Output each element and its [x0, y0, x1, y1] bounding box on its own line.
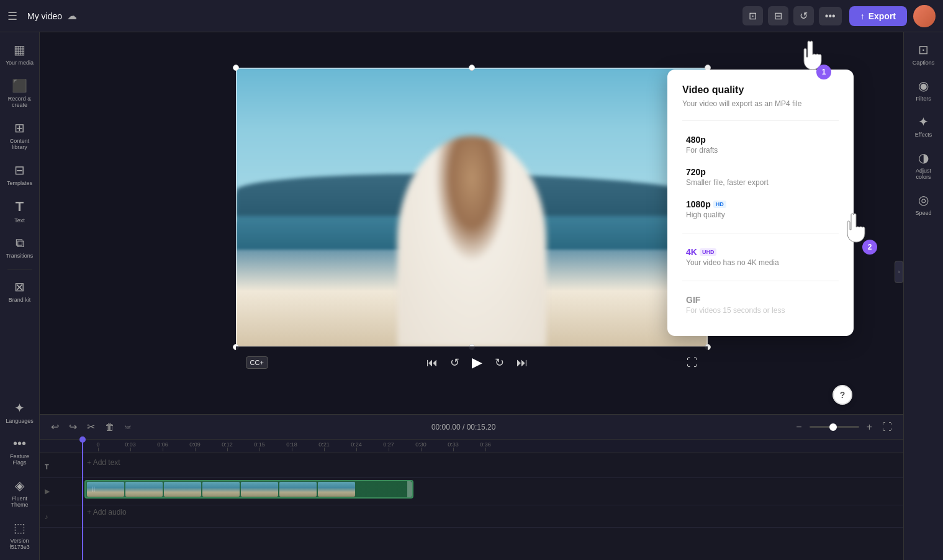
- resize-handle-tl[interactable]: [233, 65, 239, 71]
- sidebar-item-feature-flags[interactable]: ••• Feature Flags: [2, 431, 37, 471]
- left-sidebar: ▦ Your media ⬛ Record & create ⊞ Content…: [0, 32, 40, 560]
- fluent-theme-icon: ◈: [15, 478, 24, 493]
- feature-flags-icon: •••: [13, 436, 26, 451]
- sidebar-item-text[interactable]: T Text: [2, 194, 37, 228]
- video-clip[interactable]: ⏸: [84, 480, 413, 499]
- sidebar-item-templates[interactable]: ⊟ Templates: [2, 158, 37, 191]
- sidebar-item-label: Languages: [6, 418, 34, 424]
- right-sidebar-filters[interactable]: ◉ Filters: [906, 73, 941, 107]
- cut-button[interactable]: ✂: [83, 418, 99, 435]
- sidebar-item-your-media[interactable]: ▦ Your media: [2, 37, 37, 71]
- layout-tool-button[interactable]: ⊟: [768, 6, 788, 25]
- rotate-tool-button[interactable]: ↺: [793, 6, 814, 25]
- sidebar-divider: [7, 269, 32, 269]
- save-icon[interactable]: ☁: [67, 10, 77, 22]
- quality-option-720p[interactable]: 720p Smaller file, faster export: [682, 161, 839, 193]
- clip-thumb-4: [202, 482, 240, 497]
- captions-icon: ⊡: [918, 42, 929, 57]
- quality-gif-label: GIF: [686, 295, 839, 305]
- text-icon: T: [16, 199, 24, 215]
- transitions-icon: ⧉: [16, 236, 24, 250]
- sidebar-item-label: Fluent Theme: [5, 495, 35, 508]
- sidebar-item-label: Record & create: [5, 96, 35, 108]
- video-canvas: [236, 68, 708, 347]
- zoom-out-button[interactable]: −: [792, 419, 805, 435]
- audio-track-row: ♪ + Add audio: [40, 505, 903, 528]
- fullscreen-button[interactable]: ⛶: [687, 356, 698, 369]
- text-track-label: T: [40, 463, 82, 471]
- timeline-ruler: 0 0:03 0:06 0:09 0:12 0:15 0:18 0:21 0:2…: [40, 440, 903, 453]
- clip-thumb-5: [241, 482, 278, 497]
- audio-track-label: ♪: [40, 513, 82, 520]
- filters-label: Filters: [916, 96, 931, 102]
- sidebar-item-label: Templates: [7, 180, 32, 186]
- undo-button[interactable]: ↩: [47, 418, 63, 435]
- sidebar-collapse-button[interactable]: ›: [895, 261, 903, 283]
- sidebar-item-record[interactable]: ⬛ Record & create: [2, 73, 37, 113]
- right-sidebar-adjust-colors[interactable]: ◑ Adjust colors: [906, 145, 941, 185]
- sidebar-item-content-library[interactable]: ⊞ Content library: [2, 115, 37, 155]
- quality-4k-sub: Your video has no 4K media: [686, 258, 839, 267]
- audio-track-icon: ♪: [45, 513, 48, 520]
- content-library-icon: ⊞: [14, 120, 25, 135]
- quality-option-gif[interactable]: GIF For videos 15 seconds or less: [682, 289, 839, 321]
- speed-label: Speed: [915, 210, 931, 216]
- sidebar-item-fluent-theme[interactable]: ◈ Fluent Theme: [2, 473, 37, 513]
- timeline-playhead[interactable]: [82, 453, 83, 560]
- hd-badge: HD: [713, 201, 726, 208]
- your-media-icon: ▦: [14, 42, 25, 57]
- video-track-content[interactable]: ⏸: [82, 478, 903, 505]
- sidebar-item-brand-kit[interactable]: ⊠ Brand kit: [2, 274, 37, 308]
- quality-option-1080p[interactable]: 1080pHD High quality: [682, 193, 839, 225]
- fast-forward-button[interactable]: ↻: [495, 356, 504, 369]
- split-button[interactable]: ⎃: [121, 419, 135, 435]
- avatar[interactable]: [913, 5, 936, 27]
- effects-label: Effects: [915, 132, 932, 138]
- zoom-track[interactable]: [810, 426, 859, 428]
- delete-button[interactable]: 🗑: [101, 419, 119, 435]
- captions-button[interactable]: CC+: [246, 356, 268, 369]
- skip-forward-button[interactable]: ⏭: [517, 356, 528, 369]
- rewind-button[interactable]: ↺: [450, 356, 459, 369]
- redo-button[interactable]: ↪: [65, 418, 81, 435]
- video-track-row: ▶ ⏸: [40, 478, 903, 505]
- clip-thumb-7: [318, 482, 355, 497]
- effects-icon: ✦: [918, 114, 929, 129]
- main-area: ▦ Your media ⬛ Record & create ⊞ Content…: [0, 32, 943, 560]
- zoom-thumb[interactable]: [829, 423, 837, 431]
- add-audio-button[interactable]: + Add audio: [82, 505, 132, 519]
- popup-title: Video quality: [682, 84, 839, 96]
- skip-back-button[interactable]: ⏮: [426, 356, 438, 369]
- help-button[interactable]: ?: [832, 385, 852, 405]
- right-sidebar-speed[interactable]: ◎ Speed: [906, 187, 941, 221]
- popup-divider-3: [682, 281, 839, 281]
- sidebar-item-languages[interactable]: ✦ Languages: [2, 395, 37, 429]
- play-button[interactable]: ▶: [472, 355, 482, 371]
- add-text-button[interactable]: + Add text: [82, 456, 125, 469]
- quality-option-4k[interactable]: 4KUHD Your video has no 4K media: [682, 241, 839, 273]
- export-button[interactable]: ↑ Export: [849, 6, 907, 26]
- clip-thumb-1: [87, 482, 124, 497]
- resize-handle-tm[interactable]: [469, 65, 475, 71]
- more-tool-button[interactable]: •••: [819, 7, 842, 25]
- topbar: ☰ My video ☁ ⊡ ⊟ ↺ ••• ↑ Export: [0, 0, 943, 32]
- crop-tool-button[interactable]: ⊡: [742, 6, 763, 25]
- right-sidebar: ⊡ Captions ◉ Filters ✦ Effects ◑ Adjust …: [903, 32, 943, 560]
- zoom-in-button[interactable]: +: [863, 419, 876, 435]
- sidebar-item-label: Brand kit: [9, 297, 31, 303]
- quality-option-480p[interactable]: 480p For drafts: [682, 129, 839, 161]
- video-quality-popup[interactable]: Video quality Your video will export as …: [667, 70, 854, 336]
- right-sidebar-captions[interactable]: ⊡ Captions: [906, 37, 941, 71]
- right-sidebar-effects[interactable]: ✦ Effects: [906, 109, 941, 143]
- captions-label: Captions: [913, 60, 935, 66]
- fullscreen-timeline-button[interactable]: ⛶: [878, 419, 896, 435]
- languages-icon: ✦: [14, 400, 25, 415]
- sidebar-item-version[interactable]: ⬚ Version f5173e3: [2, 515, 37, 555]
- sidebar-item-label: Feature Flags: [5, 453, 35, 466]
- adjust-colors-label: Adjust colors: [909, 168, 939, 180]
- menu-icon[interactable]: ☰: [7, 9, 17, 23]
- sidebar-item-transitions[interactable]: ⧉ Transitions: [2, 231, 37, 264]
- timeline-toolbar: ↩ ↪ ✂ 🗑 ⎃ 00:00.00 / 00:15.20 − + ⛶: [40, 415, 903, 440]
- sidebar-item-label: Transitions: [6, 253, 34, 259]
- clip-drag-right[interactable]: [407, 481, 412, 497]
